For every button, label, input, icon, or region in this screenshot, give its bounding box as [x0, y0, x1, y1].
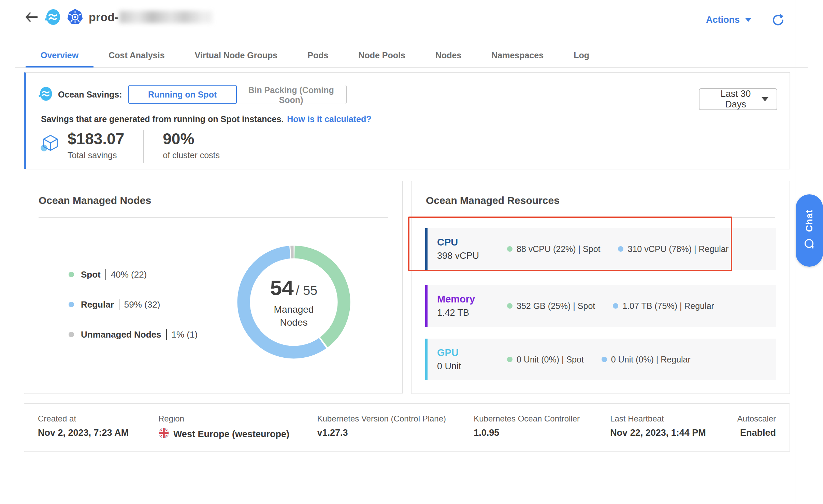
divider [166, 329, 167, 340]
period-dropdown-value: Last 30 Days [710, 89, 762, 110]
memory-spot-stat: 352 GB (25%) | Spot [507, 301, 595, 311]
total-savings-label: Total savings [68, 150, 124, 160]
divider [105, 269, 106, 280]
regular-dot-icon [613, 303, 618, 309]
divider [143, 130, 144, 163]
managed-resources-title: Ocean Managed Resources [426, 195, 560, 206]
autoscaler-column: Autoscaler Enabled [737, 414, 776, 451]
spot-dot-icon [69, 272, 74, 277]
ocean-savings-banner: Ocean Savings: Running on Spot Bin Packi… [24, 72, 790, 169]
ocean-controller-column: Kubernetes Ocean Controller 1.0.95 [474, 414, 610, 451]
spot-dot-icon [507, 246, 512, 252]
chevron-down-icon [762, 97, 768, 101]
kubernetes-logo-icon [66, 8, 84, 26]
managed-count: 54 [270, 276, 294, 300]
nodes-legend: Spot 40% (22) Regular 59% (32) Unmanaged… [69, 267, 198, 357]
created-at-column: Created at Nov 2, 2023, 7:23 AM [38, 414, 158, 451]
chevron-down-icon [745, 18, 751, 22]
how-calculated-link[interactable]: How is it calculated? [287, 114, 371, 124]
regular-dot-icon [618, 246, 623, 252]
chat-label: Chat [804, 209, 815, 232]
divider [119, 299, 119, 310]
regular-dot-icon [69, 302, 74, 307]
divider [39, 217, 388, 218]
unmanaged-dot-icon [69, 332, 74, 337]
ocean-savings-label: Ocean Savings: [58, 90, 122, 100]
last-heartbeat-column: Last Heartbeat Nov 22, 2023, 1:44 PM [610, 414, 737, 451]
ocean-cluster-overview-page: prod- Actions Overview Cost Analysis Vir… [0, 0, 823, 504]
cluster-title: prod- [89, 11, 119, 24]
spot-dot-icon [507, 303, 512, 309]
k8s-version-column: Kubernetes Version (Control Plane) v1.27… [317, 414, 474, 451]
cluster-cost-label: of cluster costs [163, 150, 220, 160]
actions-label: Actions [706, 15, 740, 25]
chat-bubble-icon [803, 238, 815, 252]
managed-nodes-card: Ocean Managed Nodes Spot 40% (22) Regula… [24, 181, 403, 394]
header: prod- [24, 7, 212, 27]
back-arrow-icon [25, 12, 38, 22]
cpu-spot-stat: 88 vCPU (22%) | Spot [507, 244, 600, 254]
ocean-waves-icon [38, 86, 53, 103]
header-actions: Actions [706, 13, 785, 27]
cluster-info-bar: Created at Nov 2, 2023, 7:23 AM Region [24, 403, 790, 452]
total-savings-value: $183.07 [68, 130, 124, 148]
bin-packing-toggle[interactable]: Bin Packing (Coming Soon) [236, 85, 347, 104]
legend-item-unmanaged: Unmanaged Nodes 1% (1) [69, 327, 198, 342]
cluster-title-redacted [119, 11, 212, 23]
tab-node-pools[interactable]: Node Pools [343, 44, 420, 67]
refresh-icon [771, 13, 785, 27]
period-dropdown[interactable]: Last 30 Days [699, 88, 777, 110]
managed-nodes-center-label: Managed Nodes [263, 303, 324, 329]
savings-numbers: $183.07 Total savings 90% of cluster cos… [40, 130, 220, 163]
tab-nodes[interactable]: Nodes [420, 44, 476, 67]
managed-nodes-donut-chart: 54 / 55 Managed Nodes [226, 234, 362, 370]
memory-resource-row: Memory 1.42 TB 352 GB (25%) | Spot 1.07 … [425, 285, 776, 327]
panel-edge-divider [795, 0, 795, 504]
spot-dot-icon [507, 357, 512, 362]
legend-item-regular: Regular 59% (32) [69, 297, 198, 312]
running-on-spot-toggle[interactable]: Running on Spot [128, 85, 237, 104]
cpu-resource-row: CPU 398 vCPU 88 vCPU (22%) | Spot 310 vC… [425, 228, 776, 270]
tab-bar: Overview Cost Analysis Virtual Node Grou… [15, 44, 808, 68]
ocean-logo-icon [44, 8, 61, 26]
uk-flag-icon [158, 428, 169, 441]
tab-namespaces[interactable]: Namespaces [476, 44, 559, 67]
gpu-resource-row: GPU 0 Unit 0 Unit (0%) | Spot 0 Unit (0%… [425, 339, 776, 380]
managed-nodes-title: Ocean Managed Nodes [39, 195, 151, 206]
tab-cost-analysis[interactable]: Cost Analysis [93, 44, 179, 67]
actions-button[interactable]: Actions [706, 15, 751, 25]
region-column: Region West Europe [158, 414, 317, 451]
gpu-spot-stat: 0 Unit (0%) | Spot [507, 355, 584, 365]
divider [426, 217, 775, 218]
donut-center-text: 54 / 55 Managed Nodes [226, 234, 362, 370]
cpu-regular-stat: 310 vCPU (78%) | Regular [618, 244, 728, 254]
back-button[interactable] [24, 10, 39, 25]
tab-overview[interactable]: Overview [26, 44, 93, 67]
gpu-regular-stat: 0 Unit (0%) | Regular [602, 355, 691, 365]
refresh-button[interactable] [771, 13, 785, 27]
chat-button[interactable]: Chat [796, 194, 823, 267]
regular-dot-icon [602, 357, 607, 362]
managed-resources-card: Ocean Managed Resources CPU 398 vCPU 88 … [411, 181, 790, 394]
cluster-cost-percent: 90% [163, 130, 220, 148]
memory-regular-stat: 1.07 TB (75%) | Regular [613, 301, 714, 311]
tab-virtual-node-groups[interactable]: Virtual Node Groups [180, 44, 293, 67]
total-count: / 55 [296, 283, 317, 298]
tab-pods[interactable]: Pods [292, 44, 343, 67]
savings-description: Savings that are generated from running … [41, 114, 372, 124]
savings-cube-icon [40, 133, 61, 156]
savings-mode-toggle: Running on Spot Bin Packing (Coming Soon… [128, 85, 347, 104]
legend-item-spot: Spot 40% (22) [69, 267, 198, 282]
tab-log[interactable]: Log [559, 44, 604, 67]
